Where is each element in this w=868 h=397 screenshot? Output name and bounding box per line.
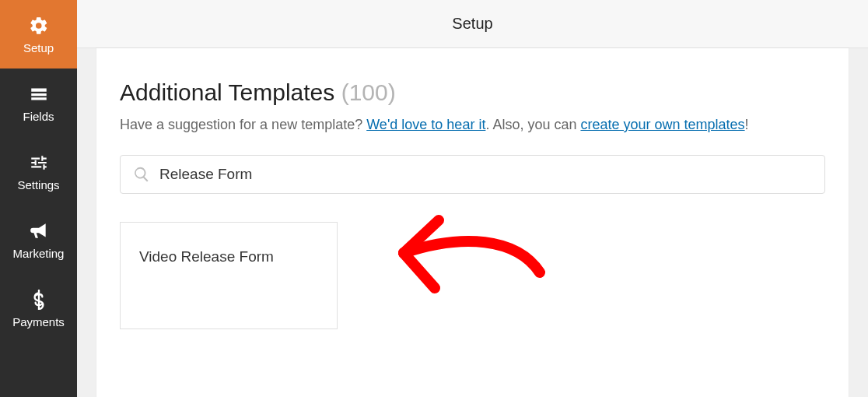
topbar: Setup: [77, 0, 868, 48]
search-input[interactable]: [159, 166, 812, 183]
sidebar-item-label: Fields: [23, 110, 54, 123]
sidebar: Setup Fields Settings Marketing Payments: [0, 0, 77, 397]
dollar-icon: [28, 289, 50, 311]
sidebar-item-marketing[interactable]: Marketing: [0, 206, 77, 274]
sidebar-item-settings[interactable]: Settings: [0, 137, 77, 206]
subtext-pre: Have a suggestion for a new template?: [120, 117, 366, 132]
subtext-mid: . Also, you can: [485, 117, 580, 132]
template-card-video-release-form[interactable]: Video Release Form: [120, 222, 338, 329]
gear-icon: [28, 15, 50, 37]
subtext-post: !: [745, 117, 749, 132]
sidebar-item-setup[interactable]: Setup: [0, 0, 77, 69]
sidebar-item-fields[interactable]: Fields: [0, 69, 77, 137]
content-wrap: Additional Templates (100) Have a sugges…: [77, 48, 868, 397]
heading: Additional Templates (100): [120, 79, 825, 106]
search-icon: [133, 166, 150, 183]
suggestion-link[interactable]: We'd love to hear it: [366, 117, 485, 132]
sidebar-item-label: Settings: [17, 178, 59, 191]
template-card-title: Video Release Form: [139, 248, 274, 265]
list-icon: [28, 83, 50, 105]
heading-count: (100): [341, 79, 396, 105]
create-templates-link[interactable]: create your own templates: [580, 117, 744, 132]
heading-text: Additional Templates: [120, 79, 334, 105]
sidebar-item-label: Setup: [23, 41, 54, 54]
main-area: Setup Additional Templates (100) Have a …: [77, 0, 868, 397]
sidebar-item-label: Payments: [12, 315, 65, 328]
sidebar-item-label: Marketing: [13, 247, 65, 260]
panel: Additional Templates (100) Have a sugges…: [96, 48, 849, 397]
subtext: Have a suggestion for a new template? We…: [120, 117, 825, 133]
sliders-icon: [28, 152, 50, 174]
page-title: Setup: [452, 15, 492, 33]
search-box[interactable]: [120, 155, 825, 194]
megaphone-icon: [28, 220, 50, 242]
sidebar-item-payments[interactable]: Payments: [0, 274, 77, 343]
